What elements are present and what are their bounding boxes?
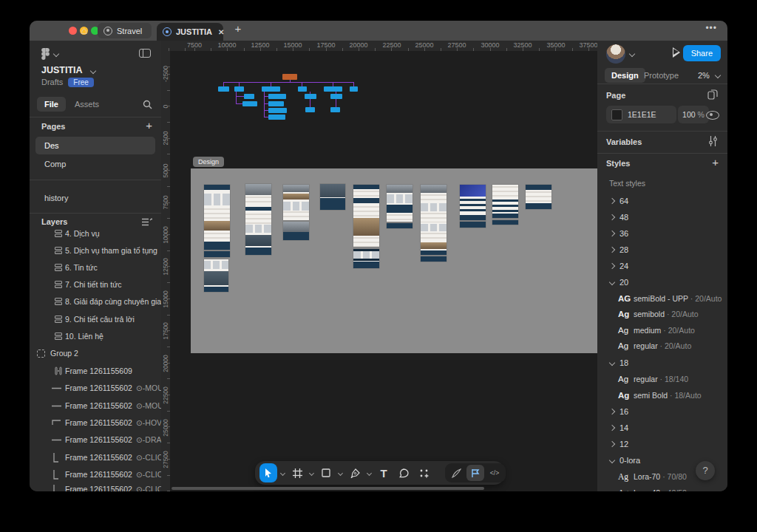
chevron-down-icon[interactable] (609, 360, 615, 366)
text-style-row[interactable]: Agregular · 20/Auto (597, 338, 727, 353)
pen-tool-button[interactable] (346, 463, 364, 482)
text-style-row[interactable]: Agsemi Bold · 18/Auto (597, 388, 727, 403)
layer-row[interactable]: Frame 1261155602 ⊙-MOUSE_EN (30, 398, 161, 414)
sitemap-node[interactable] (350, 86, 358, 92)
present-play-icon[interactable] (673, 47, 680, 58)
design-thumbnail[interactable] (283, 185, 309, 220)
layer-row[interactable]: 4. Dịch vụ (30, 225, 161, 242)
style-group-row[interactable]: 12 (597, 437, 727, 451)
layer-row[interactable]: Frame 1261155602 ⊙-HOVER→ (30, 415, 161, 431)
style-group-row[interactable]: 24 (597, 259, 727, 273)
layer-row[interactable]: Frame 1261155602 ⊙-DRAG→ (30, 432, 161, 448)
shape-tool-button[interactable] (317, 463, 335, 482)
layer-row[interactable]: Frame 1261155602 ⊙-CLICK→ (30, 466, 161, 482)
sitemap-node[interactable] (218, 86, 229, 92)
layer-row[interactable]: Frame 1261155609 (30, 363, 161, 379)
sitemap-node[interactable] (268, 101, 284, 106)
chevron-right-icon[interactable] (609, 425, 615, 431)
page-color-field[interactable]: 1E1E1E (606, 106, 676, 123)
file-title[interactable]: JUSTITIA (41, 65, 95, 75)
style-group-row[interactable]: 18 (597, 355, 727, 370)
text-style-row[interactable]: Agsemibold · 20/Auto (597, 307, 727, 321)
comment-tool-button[interactable] (395, 463, 413, 482)
sitemap-node[interactable] (268, 115, 285, 120)
sitemap-node[interactable] (324, 86, 342, 92)
file-menu-chevron-icon[interactable] (53, 51, 59, 57)
text-style-row[interactable]: Agregular · 18/140 (597, 372, 727, 386)
tab-prototype[interactable]: Prototype (644, 71, 679, 80)
style-group-row[interactable]: 64 (597, 194, 727, 208)
design-thumbnail[interactable] (492, 220, 518, 225)
page-color-swatch[interactable] (611, 109, 622, 120)
page-swap-icon[interactable] (707, 89, 718, 100)
page-item-des[interactable]: Des (35, 137, 155, 154)
canvas[interactable]: 7500 10000 12500 15000 17500 20000 22500… (161, 41, 597, 491)
text-style-row[interactable]: AGsemiBold - UPP · 20/Auto (597, 291, 727, 306)
tab-justitia[interactable]: JUSTITIA ✕ (157, 23, 223, 41)
style-group-row[interactable]: 28 (597, 242, 727, 257)
sitemap-node[interactable] (305, 94, 316, 99)
design-thumbnail[interactable] (204, 185, 230, 250)
text-style-row[interactable]: Agmedium · 20/Auto (597, 323, 727, 338)
chevron-down-icon[interactable] (609, 457, 615, 463)
file-location[interactable]: DraftsFree (41, 78, 94, 87)
dev-mode-toggle-icon[interactable] (466, 465, 484, 481)
text-tool-button[interactable]: T (375, 463, 393, 482)
design-thumbnail[interactable] (526, 185, 551, 209)
section-label[interactable]: Design (193, 157, 224, 167)
pen-tool-chevron-icon[interactable] (367, 470, 372, 475)
sitemap-node[interactable] (305, 107, 315, 112)
frame-tool-button[interactable] (288, 463, 306, 482)
sitemap-node[interactable] (234, 86, 244, 92)
style-group-row[interactable]: 14 (597, 420, 727, 435)
tab-file[interactable]: File (37, 97, 66, 112)
design-thumbnail[interactable] (460, 185, 486, 220)
chevron-right-icon[interactable] (609, 198, 615, 204)
code-mode-icon[interactable]: </> (486, 465, 503, 481)
draw-mode-icon[interactable] (447, 465, 465, 481)
layer-row[interactable]: 5. Dịch vụ tham gia tố tụng (30, 242, 161, 259)
layer-row[interactable]: Frame 1261155602 ⊙-CLICK→ (30, 449, 161, 466)
shape-tool-chevron-icon[interactable] (338, 470, 343, 475)
horizontal-scrollbar[interactable] (172, 487, 484, 490)
sitemap-node[interactable] (242, 101, 257, 106)
chevron-down-icon[interactable] (609, 279, 615, 285)
variables-sliders-icon[interactable] (708, 136, 718, 146)
design-thumbnail[interactable] (387, 223, 413, 228)
layer-row[interactable]: 9. Chi tiết câu trả lời (30, 311, 161, 327)
frame-tool-chevron-icon[interactable] (309, 470, 314, 475)
chevron-right-icon[interactable] (609, 247, 615, 253)
design-thumbnail[interactable] (353, 249, 379, 268)
add-style-button[interactable]: + (712, 156, 719, 168)
sitemap-root-node[interactable] (282, 74, 297, 80)
move-tool-chevron-icon[interactable] (280, 470, 285, 475)
chevron-right-icon[interactable] (609, 214, 615, 220)
page-item-comp[interactable]: Comp (35, 155, 155, 173)
chevron-right-icon[interactable] (609, 409, 615, 415)
page-opacity-field[interactable]: 100 % (678, 106, 709, 123)
add-page-button[interactable]: + (146, 119, 152, 132)
layer-row[interactable]: 8. Giải đáp cùng chuyên gia (30, 293, 161, 310)
layer-row[interactable]: Group 2 (30, 345, 161, 361)
style-group-row[interactable]: 16 (597, 404, 727, 419)
sitemap-node[interactable] (298, 86, 307, 92)
sitemap-node[interactable] (268, 108, 287, 113)
design-thumbnail[interactable] (320, 184, 345, 210)
chevron-right-icon[interactable] (609, 441, 615, 447)
figma-menu-icon[interactable] (41, 48, 50, 60)
design-thumbnail[interactable] (245, 184, 271, 255)
tab-stravel[interactable]: Stravel (98, 23, 152, 38)
layer-row[interactable]: 7. Chi tiết tin tức (30, 276, 161, 293)
close-tab-icon[interactable]: ✕ (218, 28, 224, 36)
zoom-chevron-icon[interactable] (715, 72, 721, 78)
design-thumbnail[interactable] (204, 251, 230, 257)
design-thumbnail[interactable] (353, 185, 379, 247)
sitemap-node[interactable] (330, 107, 340, 112)
layer-row[interactable]: Frame 1261155602 ⊙-CLICK→ (30, 481, 161, 491)
chevron-right-icon[interactable] (609, 231, 615, 236)
share-button[interactable]: Share (683, 45, 721, 61)
tab-design[interactable]: Design (605, 68, 645, 83)
layer-row[interactable]: 6. Tin tức (30, 259, 161, 276)
style-group-row[interactable]: 20 (597, 275, 727, 290)
design-thumbnail[interactable] (283, 222, 309, 240)
